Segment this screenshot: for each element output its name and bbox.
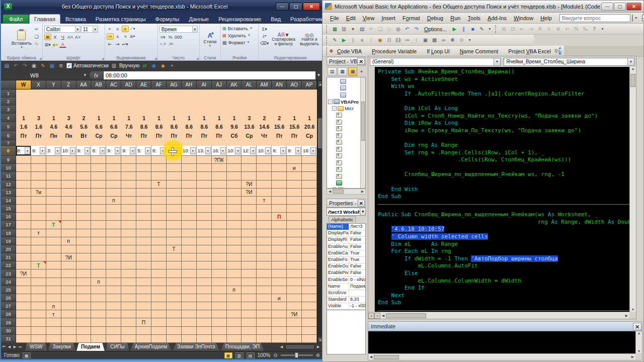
vba-close-button[interactable]: ✕ [626,3,641,11]
prev-sheet-icon[interactable]: ◀ [7,343,12,351]
view-object-icon[interactable]: ▦ [338,67,347,76]
cell-AD1[interactable] [121,89,136,98]
cell-Y28[interactable]: т [46,310,61,318]
cell-AC31[interactable] [106,335,121,343]
cell-AI11[interactable] [197,172,212,180]
cell-AH11[interactable] [182,172,197,180]
cell-AJ28[interactable] [212,310,227,318]
row-header-21[interactable]: 21 [1,253,16,261]
cell-AO28[interactable]: ?И [287,310,302,318]
cell-W3[interactable] [16,106,31,114]
cell-AO25[interactable] [287,286,302,294]
name-box[interactable]: W8 [1,72,82,78]
increase-decimal-icon[interactable]: ⁺·⁰ [159,41,167,48]
cell-AP6[interactable]: Ср [302,131,317,140]
cell-AE8[interactable]: 5:▾ [136,146,151,156]
cell-AO16[interactable] [287,213,302,221]
cell-AK30[interactable] [227,327,242,335]
cell-AA22[interactable] [76,261,92,269]
cell-AJ30[interactable] [212,327,227,335]
cell-AH22[interactable] [182,261,197,269]
cell-AO9[interactable] [287,156,302,164]
cell-AL15[interactable] [242,205,257,213]
cell-AN1[interactable] [272,89,287,98]
zoom-in-icon[interactable]: ⊕ [316,352,320,358]
cell-AD30[interactable] [121,327,136,335]
cell-X16[interactable] [31,213,46,221]
cell-AK2[interactable] [227,98,242,106]
filter-dropdown-AL8[interactable]: ▾ [250,147,256,154]
cell-AA3[interactable] [76,106,92,114]
cell-AI22[interactable] [197,261,212,269]
row-header-17[interactable]: 17 [1,221,16,229]
cell-AF9[interactable] [151,156,167,164]
cell-W4[interactable]: 1 [16,114,31,122]
cell-AH6[interactable]: Пт [182,131,197,140]
cell-AE26[interactable] [136,294,151,302]
cell-AA23[interactable] [76,269,92,278]
row-header-14[interactable]: 14 [1,197,16,205]
cell-Z10[interactable] [61,164,76,172]
property-row-Name[interactable]: (Name)Лист3 [327,224,365,230]
cell-AP16[interactable] [302,213,317,221]
cell-AD20[interactable] [121,245,136,253]
cell-AN10[interactable] [272,164,287,172]
number-dialog-launcher[interactable]: ◢ [196,56,199,60]
cell-AF26[interactable] [151,294,167,302]
cell-Y23[interactable] [46,269,61,278]
reset-icon[interactable]: ■ [358,36,366,44]
cell-AH1[interactable] [182,89,197,98]
cell-AF27[interactable] [151,302,167,310]
name-box-dropdown-icon[interactable]: ▼ [82,73,89,77]
break-icon[interactable]: ∥ [349,36,357,44]
cell-AO19[interactable] [287,237,302,245]
cell-W10[interactable] [16,164,31,172]
cell-AB11[interactable] [91,172,106,180]
cell-AI16[interactable] [197,213,212,221]
cell-AH4[interactable]: 1 [182,114,197,122]
cell-AK9[interactable] [227,156,242,164]
cell-X8[interactable]: 9:▾ [31,146,46,156]
cell-AB8[interactable]: 8:▾ [91,146,106,156]
refresh-icon[interactable]: ⇄ [141,62,148,69]
cell-AN24[interactable] [272,278,287,286]
find-icon[interactable]: ◎ [394,25,403,33]
cell-AJ20[interactable] [212,245,227,253]
cell-AM9[interactable] [257,156,272,164]
cell-AL14[interactable] [242,197,257,205]
cell-Y10[interactable] [46,164,61,172]
column-header-AE[interactable]: AE [136,80,151,89]
cell-Z15[interactable] [61,205,76,213]
cell-AC1[interactable] [106,89,121,98]
font-shrink-icon[interactable]: A˅ [74,34,82,40]
cell-AP28[interactable] [302,310,317,318]
row-header-31[interactable]: 31 [1,335,16,343]
cell-AE10[interactable] [136,164,151,172]
cell-AP19[interactable] [302,237,317,245]
cell-AC26[interactable] [106,294,121,302]
cell-AL27[interactable] [242,302,257,310]
cell-AK31[interactable] [227,335,242,343]
cell-AH10[interactable] [182,164,197,172]
cell-X29[interactable] [31,318,46,326]
cell-AO2[interactable] [287,98,302,106]
options-button[interactable]: Options... [421,25,450,33]
cell-AD4[interactable]: 1 [121,114,136,122]
cell-AI17[interactable] [197,221,212,229]
cell-W20[interactable] [16,245,31,253]
cell-AK22[interactable] [227,261,242,269]
cell-AJ31[interactable] [212,335,227,343]
cell-AB18[interactable] [91,229,106,237]
cell-Y3[interactable] [46,106,61,114]
column-header-AD[interactable]: AD [121,80,136,89]
cell-W23[interactable]: ?И [16,269,31,278]
cell-AP18[interactable] [302,229,317,237]
cell-AI30[interactable] [197,327,212,335]
cell-AG3[interactable] [167,106,182,114]
cell-AB1[interactable] [91,89,106,98]
cell-AJ23[interactable] [212,269,227,278]
cell-AK14[interactable] [227,197,242,205]
cell-AJ6[interactable]: Пт [212,131,227,140]
orientation-icon[interactable]: ⟋▾ [129,26,136,32]
row-header-5[interactable]: 5 [1,122,16,131]
